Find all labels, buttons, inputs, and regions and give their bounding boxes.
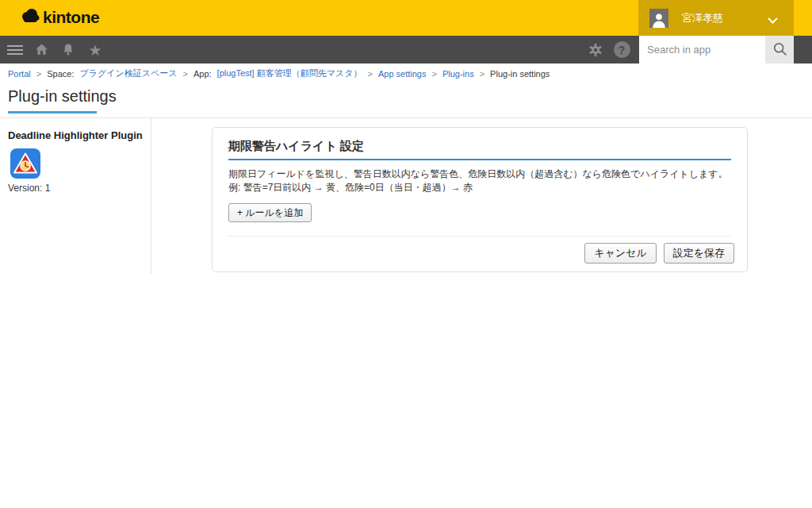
search-box [639, 36, 765, 64]
settings-gear-icon[interactable] [585, 36, 606, 64]
breadcrumb-separator: > [368, 69, 373, 79]
breadcrumb-app-prefix: App: [193, 69, 212, 79]
sidebar-divider [151, 118, 151, 274]
panel-footer-divider [228, 236, 731, 237]
panel-title-underline [228, 159, 731, 160]
help-icon[interactable]: ? [611, 36, 632, 64]
page-title: Plug-in settings [8, 87, 117, 106]
plugin-icon [10, 148, 40, 179]
breadcrumb-portal-link[interactable]: Portal [8, 69, 31, 79]
kintone-cloud-icon [21, 7, 40, 28]
user-menu[interactable]: 宮澤孝慈 [638, 0, 794, 36]
save-settings-button[interactable]: 設定を保存 [664, 243, 734, 264]
page-title-underline [8, 111, 97, 114]
breadcrumb-app-link[interactable]: [plugTest] 顧客管理（顧問先マスタ） [217, 67, 362, 79]
user-avatar [649, 9, 668, 28]
kintone-logo-text: kintone [43, 8, 99, 27]
panel-title: 期限警告ハイライト 設定 [228, 139, 364, 154]
global-toolbar: ★ ? [0, 36, 812, 64]
home-icon[interactable] [32, 36, 51, 64]
notifications-bell-icon[interactable] [59, 36, 78, 64]
menu-icon[interactable] [5, 36, 25, 64]
app-header: kintone 宮澤孝慈 [0, 0, 812, 36]
user-name: 宮澤孝慈 [682, 11, 723, 25]
chevron-down-icon [768, 13, 778, 28]
panel-description-line2: 例: 警告=7日前以内 → 黄、危険=0日（当日・超過）→ 赤 [228, 181, 473, 194]
search-button[interactable] [765, 36, 794, 64]
kintone-logo[interactable]: kintone [21, 7, 99, 28]
breadcrumb-separator: > [36, 69, 41, 79]
add-rule-button[interactable]: + ルールを追加 [228, 203, 312, 222]
panel-description-line1: 期限日フィールドを監視し、警告日数以内なら警告色、危険日数以内（超過含む）なら危… [228, 167, 728, 181]
favorites-star-icon[interactable]: ★ [86, 36, 105, 64]
breadcrumb-space-link[interactable]: プラグイン検証スペース [79, 67, 177, 79]
breadcrumb-current-page: Plug-in settings [490, 69, 550, 79]
cancel-button[interactable]: キャンセル [584, 243, 657, 264]
plugin-settings-panel: 期限警告ハイライト 設定 期限日フィールドを監視し、警告日数以内なら警告色、危険… [212, 127, 748, 272]
breadcrumb-separator: > [183, 69, 188, 79]
search-icon [772, 40, 788, 60]
breadcrumb-space-prefix: Space: [47, 69, 74, 79]
plugin-name: Deadline Highlighter Plugin [8, 129, 147, 141]
breadcrumb-app-settings-link[interactable]: App settings [378, 69, 427, 79]
plugin-version: Version: 1 [8, 183, 50, 194]
breadcrumb-separator: > [431, 69, 436, 79]
page-divider [0, 117, 812, 118]
panel-footer-buttons: キャンセル 設定を保存 [584, 243, 734, 264]
help-question-glyph: ? [614, 41, 630, 58]
breadcrumb-separator: > [480, 69, 485, 79]
breadcrumb: Portal > Space: プラグイン検証スペース > App: [plug… [8, 67, 550, 79]
search-input[interactable] [639, 36, 765, 64]
breadcrumb-plugins-link[interactable]: Plug-ins [442, 69, 474, 79]
